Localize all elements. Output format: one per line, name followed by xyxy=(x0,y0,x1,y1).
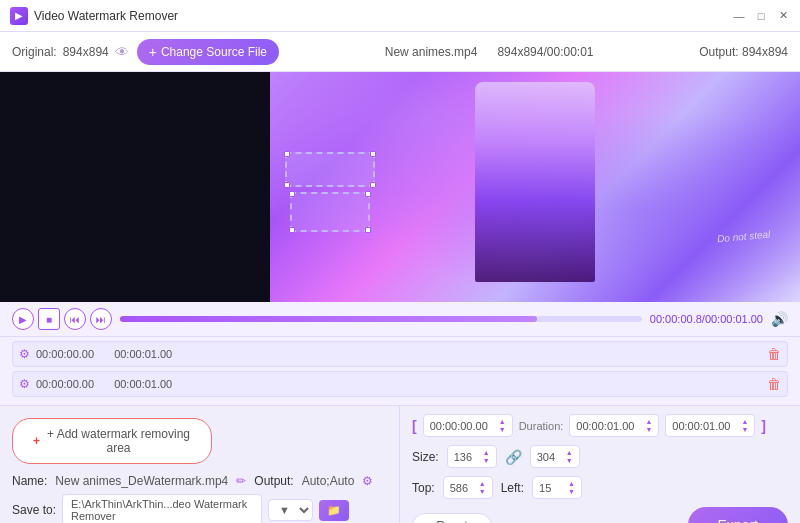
top-value: 586 xyxy=(450,482,468,494)
size-height-input[interactable]: 304 ▲ ▼ xyxy=(530,445,580,468)
app-icon: ▶ xyxy=(10,7,28,25)
strip-times-2: 00:00:00.00 00:00:01.00 xyxy=(36,378,761,390)
next-frame-button[interactable]: ⏭ xyxy=(90,308,112,330)
prev-frame-button[interactable]: ⏮ xyxy=(64,308,86,330)
duration-value: 00:00:01.00 xyxy=(576,420,634,432)
folder-browse-button[interactable]: 📁 xyxy=(319,500,349,521)
top-label: Top: xyxy=(412,481,435,495)
wm-handle2-br[interactable] xyxy=(370,182,376,188)
wm-handle-tr[interactable] xyxy=(365,191,371,197)
right-controls: [ 00:00:00.00 ▲ ▼ Duration: 00:00:01.00 … xyxy=(400,406,800,523)
wm-handle2-tr[interactable] xyxy=(370,151,376,157)
close-button[interactable]: ✕ xyxy=(776,9,790,23)
watermark-box-1[interactable] xyxy=(290,192,370,232)
gear-icon[interactable]: ⚙ xyxy=(362,474,373,488)
wm-handle2-tl[interactable] xyxy=(284,151,290,157)
output-size: 894x894 xyxy=(742,45,788,59)
file-info: New animes.mp4 894x894/00:00:01 xyxy=(287,45,691,59)
strip-start-1: 00:00:00.00 xyxy=(36,348,94,360)
left-value: 15 xyxy=(539,482,551,494)
spin-down[interactable]: ▼ xyxy=(499,426,506,433)
toolbar: Original: 894x894 👁 + Change Source File… xyxy=(0,32,800,72)
right-bottom-row: Reset Export xyxy=(412,507,788,523)
end-spin-up[interactable]: ▲ xyxy=(741,418,748,425)
size-height-value: 304 xyxy=(537,451,555,463)
time-end-input[interactable]: 00:00:01.00 ▲ ▼ xyxy=(665,414,755,437)
strip-icon-2: ⚙ xyxy=(19,377,30,391)
transport-controls: ▶ ■ ⏮ ⏭ xyxy=(12,308,112,330)
add-area-label: + Add watermark removing area xyxy=(46,427,191,455)
watermark-box-2[interactable] xyxy=(285,152,375,187)
strip-delete-2[interactable]: 🗑 xyxy=(767,376,781,392)
time-start-input[interactable]: 00:00:00.00 ▲ ▼ xyxy=(423,414,513,437)
time-start-value: 00:00:00.00 xyxy=(430,420,488,432)
dur-spin-up[interactable]: ▲ xyxy=(645,418,652,425)
original-label: Original: xyxy=(12,45,57,59)
original-size: 894x894 xyxy=(63,45,109,59)
file-meta: 894x894/00:00:01 xyxy=(497,45,593,59)
spin-up[interactable]: ▲ xyxy=(499,418,506,425)
time-start-spinner[interactable]: ▲ ▼ xyxy=(499,418,506,433)
left-spinner[interactable]: ▲ ▼ xyxy=(568,480,575,495)
name-label: Name: xyxy=(12,474,47,488)
app-title: Video Watermark Remover xyxy=(34,9,732,23)
wm-handle2-bl[interactable] xyxy=(284,182,290,188)
export-button[interactable]: Export xyxy=(688,507,788,523)
wm-handle-br[interactable] xyxy=(365,227,371,233)
stop-button[interactable]: ■ xyxy=(38,308,60,330)
left-controls: + + Add watermark removing area Name: Ne… xyxy=(0,406,400,523)
size-w-spinner[interactable]: ▲ ▼ xyxy=(483,449,490,464)
duration-input[interactable]: 00:00:01.00 ▲ ▼ xyxy=(569,414,659,437)
size-row: Size: 136 ▲ ▼ 🔗 304 ▲ ▼ xyxy=(412,445,788,468)
minimize-button[interactable]: — xyxy=(732,9,746,23)
strips-area: ⚙ 00:00:00.00 00:00:01.00 🗑 ⚙ 00:00:00.0… xyxy=(0,337,800,406)
progress-bar[interactable] xyxy=(120,316,642,322)
strip-times-1: 00:00:00.00 00:00:01.00 xyxy=(36,348,761,360)
title-bar: ▶ Video Watermark Remover — □ ✕ xyxy=(0,0,800,32)
duration-label: Duration: xyxy=(519,420,564,432)
dur-spin-down[interactable]: ▼ xyxy=(645,426,652,433)
wm-handle-tl[interactable] xyxy=(289,191,295,197)
path-dropdown[interactable]: ▼ xyxy=(268,499,313,521)
video-preview: Do not steal xyxy=(270,72,800,302)
save-row: Save to: E:\ArkThin\ArkThin...deo Waterm… xyxy=(12,494,387,523)
change-source-button[interactable]: + Change Source File xyxy=(137,39,279,65)
output-value: Auto;Auto xyxy=(302,474,355,488)
play-button[interactable]: ▶ xyxy=(12,308,34,330)
top-spinner[interactable]: ▲ ▼ xyxy=(479,480,486,495)
link-icon[interactable]: 🔗 xyxy=(505,449,522,465)
volume-icon[interactable]: 🔊 xyxy=(771,311,788,327)
strip-end-1: 00:00:01.00 xyxy=(114,348,172,360)
file-name: New animes.mp4 xyxy=(385,45,478,59)
top-input[interactable]: 586 ▲ ▼ xyxy=(443,476,493,499)
position-row: Top: 586 ▲ ▼ Left: 15 ▲ ▼ xyxy=(412,476,788,499)
strip-row-2: ⚙ 00:00:00.00 00:00:01.00 🗑 xyxy=(12,371,788,397)
original-info: Original: 894x894 👁 xyxy=(12,44,129,60)
video-right-panel: Do not steal xyxy=(270,72,800,302)
timeline-area: ▶ ■ ⏮ ⏭ 00:00:00.8/00:00:01.00 🔊 xyxy=(0,302,800,337)
bracket-close: ] xyxy=(761,418,766,434)
time-end-spinner[interactable]: ▲ ▼ xyxy=(741,418,748,433)
anime-figure xyxy=(475,82,595,282)
size-width-input[interactable]: 136 ▲ ▼ xyxy=(447,445,497,468)
end-spin-down[interactable]: ▼ xyxy=(741,426,748,433)
strip-delete-1[interactable]: 🗑 xyxy=(767,346,781,362)
size-h-spinner[interactable]: ▲ ▼ xyxy=(566,449,573,464)
left-label: Left: xyxy=(501,481,524,495)
time-display: 00:00:00.8/00:00:01.00 xyxy=(650,313,763,325)
output-label: Output: xyxy=(699,45,738,59)
left-input[interactable]: 15 ▲ ▼ xyxy=(532,476,582,499)
reset-button[interactable]: Reset xyxy=(412,513,492,523)
eye-icon[interactable]: 👁 xyxy=(115,44,129,60)
maximize-button[interactable]: □ xyxy=(754,9,768,23)
add-plus-icon: + xyxy=(33,434,40,448)
progress-fill xyxy=(120,316,537,322)
edit-icon[interactable]: ✏ xyxy=(236,474,246,488)
duration-spinner[interactable]: ▲ ▼ xyxy=(645,418,652,433)
plus-icon: + xyxy=(149,44,157,60)
add-watermark-area-button[interactable]: + + Add watermark removing area xyxy=(12,418,212,464)
output-info: Output: 894x894 xyxy=(699,45,788,59)
bottom-controls: + + Add watermark removing area Name: Ne… xyxy=(0,406,800,523)
time-end-value: 00:00:01.00 xyxy=(672,420,730,432)
wm-handle-bl[interactable] xyxy=(289,227,295,233)
